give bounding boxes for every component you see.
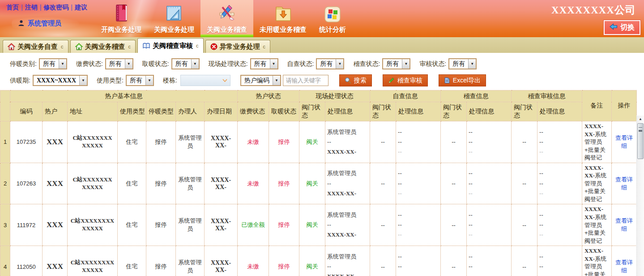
info-line: -- (327, 262, 368, 272)
filter-select[interactable]: 所有▼ (105, 58, 133, 69)
filter-select-value: 所有 (106, 59, 125, 69)
date-cell: XXXX-XX- (205, 204, 238, 246)
switch-label: 切换 (620, 23, 635, 32)
chevron-down-icon: ▼ (270, 59, 277, 69)
excel-export-button[interactable]: Excel导出 (439, 74, 486, 86)
tab-1[interactable]: 关阀业务稽查c (70, 40, 136, 53)
info-line: -- (469, 137, 509, 147)
refresh-icon[interactable]: c (196, 43, 199, 48)
pencil-brush-icon (217, 4, 237, 23)
nav-item[interactable]: 关阀业务处理 (148, 0, 200, 37)
use-type-select[interactable]: 所有 ▼ (126, 75, 154, 86)
filter-label: 稽查状态: (353, 60, 380, 68)
tab-active[interactable]: 关阀稽查审核c (137, 38, 204, 53)
filter-select[interactable]: 所有▼ (39, 58, 67, 69)
nav-item[interactable]: 统计分析 (313, 0, 352, 37)
column-header: 阀门状态 (299, 102, 325, 121)
excel-export-button-label: Excel导出 (453, 77, 481, 85)
self-check-info-cell: ------ (396, 204, 441, 246)
filter-select[interactable]: 所有▼ (448, 58, 477, 69)
info-line: -- (398, 220, 439, 230)
top-link[interactable]: 注销 (25, 4, 38, 11)
review-valve-cell: -- (512, 121, 537, 163)
chevron-down-icon: ▼ (125, 59, 132, 69)
tab-bar: 关阀业务自查c关阀业务稽查c关阀稽查审核c异常业务处理c (0, 37, 644, 53)
nav-item[interactable]: 关阀业务稽查 (200, 0, 253, 37)
nav-item[interactable]: 未用暖业务稽查 (253, 0, 313, 37)
keyword-input[interactable] (283, 75, 328, 86)
data-table-wrap: 热户基本信息热户状态现场处理状态自查信息稽查信息稽查审核信息备注操作编码热户地址… (0, 90, 644, 276)
view-detail-link[interactable]: 查看详细 (615, 176, 633, 191)
info-line: 系统管理员 (327, 252, 368, 262)
info-line: -- (398, 210, 439, 220)
view-detail-link[interactable]: 查看详细 (615, 134, 633, 149)
tab-label: 关阀业务自查 (17, 43, 58, 51)
filter-label: 缴费状态: (76, 60, 103, 68)
building-select-disabled (180, 75, 230, 86)
top-link-bar: 首页|注销|修改密码|建议 (6, 4, 87, 12)
refresh-icon[interactable]: c (61, 44, 64, 49)
chevron-down-icon: ▼ (402, 59, 409, 69)
view-detail-link[interactable]: 查看详细 (615, 259, 633, 274)
action-header: 操作 (612, 91, 637, 121)
address-cell: C站XXXXXXXX XXXXX (68, 246, 118, 276)
filter-select[interactable]: 所有▼ (171, 58, 200, 69)
info-line: -- (469, 272, 509, 276)
data-table: 热户基本信息热户状态现场处理状态自查信息稽查信息稽查审核信息备注操作编码热户地址… (0, 90, 637, 276)
info-line: -- (539, 179, 580, 189)
info-line: -- (327, 220, 368, 230)
refresh-icon[interactable]: c (263, 44, 266, 49)
tab-3[interactable]: 异常业务处理c (205, 40, 271, 53)
column-header: 取暖状态 (269, 102, 299, 121)
tab-0[interactable]: 关阀业务自查c (3, 40, 68, 53)
nav-item[interactable]: 开阀业务处理 (95, 0, 148, 37)
top-link[interactable]: 修改密码 (43, 4, 68, 11)
scrollbar-thumb[interactable] (637, 123, 644, 159)
link-separator: | (21, 4, 23, 11)
audit-review-button[interactable]: 稽查审核 (383, 74, 428, 86)
info-line: -- (327, 137, 368, 147)
valve-status-cell: 阀关 (299, 121, 325, 163)
date-cell: XXXX-XX- (205, 246, 238, 276)
info-line: -- (539, 189, 580, 198)
nav-item-label: 未用暖业务稽查 (260, 26, 307, 34)
filter-select[interactable]: 所有▼ (382, 58, 410, 69)
info-line: -- (469, 127, 509, 137)
chevron-down-icon: ▼ (79, 76, 87, 85)
folder-download-icon (273, 4, 293, 23)
column-header: 处理信息 (537, 102, 582, 121)
info-line: -- (398, 252, 439, 262)
switch-button[interactable]: 切换 (604, 20, 640, 35)
chevron-down-icon: ▼ (468, 59, 476, 69)
remark-header: 备注 (582, 91, 612, 121)
date-cell: XXXX-XX- (205, 121, 238, 163)
nav-item-label: 统计分析 (319, 26, 346, 34)
address-cell: C站XXXXXXXX XXXXX (68, 204, 118, 246)
supply-period-select[interactable]: XXXX~XXXX ▼ (33, 75, 88, 86)
row-index: 2 (0, 163, 10, 204)
link-separator: | (40, 4, 42, 11)
info-line: 系统管理员 (327, 127, 368, 137)
use-type-cell: 住宅 (118, 246, 146, 276)
table-row: 3111972XXXC站XXXXXXXX XXXXX住宅报停系统管理员XXXX-… (0, 204, 637, 246)
filter-select[interactable]: 所有▼ (316, 58, 344, 69)
search-button-label: 搜索 (354, 77, 367, 85)
filter-select[interactable]: 所有▼ (250, 58, 278, 69)
search-button[interactable]: 搜索 (339, 74, 372, 86)
nav-item-label: 开阀业务处理 (101, 26, 141, 34)
scroll-up-arrow-icon[interactable]: ▲ (637, 116, 644, 122)
search-field-select[interactable]: 热户编码 ▼ (240, 75, 281, 86)
info-line: -- (398, 168, 439, 178)
refresh-icon[interactable]: c (128, 44, 131, 49)
top-link[interactable]: 建议 (75, 4, 87, 11)
top-link[interactable]: 首页 (6, 4, 19, 11)
company-name: XXXXXXXX公司 (551, 3, 636, 17)
audit-valve-cell: -- (441, 204, 467, 246)
info-line: -- (469, 252, 509, 262)
vertical-scrollbar[interactable]: ▲ (636, 116, 644, 276)
date-cell: XXXX-XX- (205, 163, 238, 204)
remark-cell: XXXX-XX-系统管理员+批量关阀登记 (582, 246, 612, 276)
operator-cell: 系统管理员 (176, 204, 205, 246)
chevron-down-icon: ▼ (191, 59, 199, 69)
view-detail-link[interactable]: 查看详细 (615, 217, 633, 232)
